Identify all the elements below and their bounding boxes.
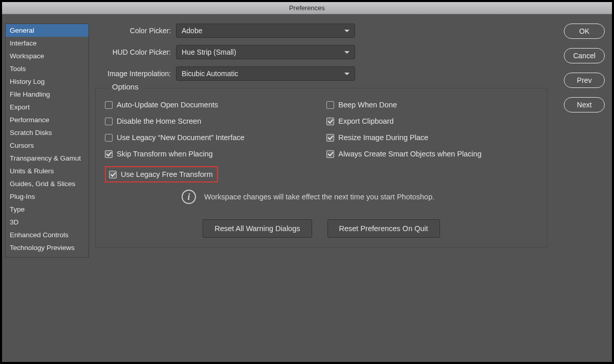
info-message-row: i Workspace changes will take effect the… — [105, 190, 538, 204]
checkbox-icon[interactable] — [109, 171, 117, 178]
options-right-column: Beep When DoneExport ClipboardResize Ima… — [326, 101, 538, 188]
interpolation-label: Image Interpolation: — [89, 70, 176, 78]
checkbox-icon[interactable] — [105, 118, 113, 125]
sidebar-item-cursors[interactable]: Cursors — [6, 139, 89, 152]
options-legend: Options — [108, 82, 143, 91]
option-label: Use Legacy Free Transform — [121, 170, 213, 178]
sidebar-item-performance[interactable]: Performance — [6, 113, 89, 126]
preferences-window: Preferences GeneralInterfaceWorkspaceToo… — [2, 2, 612, 362]
checkbox-icon[interactable] — [105, 134, 113, 142]
option-label: Export Clipboard — [338, 117, 393, 125]
info-icon: i — [182, 190, 196, 204]
color-picker-value: Adobe — [182, 27, 202, 35]
sidebar-item-tools[interactable]: Tools — [6, 62, 89, 75]
highlighted-option: Use Legacy Free Transform — [105, 166, 218, 183]
option-right-3[interactable]: Always Create Smart Objects when Placing — [326, 150, 538, 158]
window-titlebar: Preferences — [2, 2, 612, 14]
option-left-2[interactable]: Use Legacy “New Document” Interface — [105, 133, 326, 142]
info-message: Workspace changes will take effect the n… — [204, 193, 434, 201]
color-picker-label: Color Picker: — [89, 27, 176, 35]
options-left-column: Auto-Update Open DocumentsDisable the Ho… — [105, 101, 326, 188]
option-label: Beep When Done — [338, 101, 397, 109]
checkbox-icon[interactable] — [326, 134, 334, 142]
option-left-1[interactable]: Disable the Home Screen — [105, 117, 326, 125]
sidebar-item-interface[interactable]: Interface — [6, 37, 89, 50]
sidebar-item-transparency-gamut[interactable]: Transparency & Gamut — [6, 152, 89, 165]
interpolation-select[interactable]: Bicubic Automatic — [176, 66, 355, 81]
option-left-3[interactable]: Skip Transform when Placing — [105, 150, 326, 158]
checkbox-icon[interactable] — [105, 101, 113, 109]
options-group: Options Auto-Update Open DocumentsDisabl… — [95, 88, 547, 247]
reset-prefs-button[interactable]: Reset Preferences On Quit — [327, 219, 440, 238]
sidebar-item-units-rulers[interactable]: Units & Rulers — [6, 165, 89, 177]
option-right-2[interactable]: Resize Image During Place — [326, 133, 538, 142]
option-right-1[interactable]: Export Clipboard — [326, 117, 538, 125]
color-picker-select[interactable]: Adobe — [176, 24, 355, 38]
option-label: Always Create Smart Objects when Placing — [338, 150, 481, 158]
option-label: Skip Transform when Placing — [117, 150, 213, 158]
sidebar-item-enhanced-controls[interactable]: Enhanced Controls — [6, 229, 89, 241]
hud-picker-label: HUD Color Picker: — [89, 48, 176, 56]
chevron-down-icon — [344, 51, 349, 54]
hud-picker-value: Hue Strip (Small) — [182, 48, 236, 56]
reset-warnings-button[interactable]: Reset All Warning Dialogs — [203, 219, 312, 238]
dialog-buttons: OK Cancel Prev Next — [559, 24, 612, 362]
option-label: Auto-Update Open Documents — [117, 101, 218, 109]
cancel-button[interactable]: Cancel — [564, 48, 605, 63]
preferences-main: Color Picker: Adobe HUD Color Picker: Hu… — [89, 24, 559, 362]
sidebar-item-guides-grid-slices[interactable]: Guides, Grid & Slices — [6, 177, 89, 190]
sidebar-item-file-handling[interactable]: File Handling — [6, 88, 89, 101]
sidebar-item-history-log[interactable]: History Log — [6, 75, 89, 88]
sidebar-item-export[interactable]: Export — [6, 101, 89, 113]
option-right-0[interactable]: Beep When Done — [326, 101, 538, 109]
checkbox-icon[interactable] — [105, 150, 113, 158]
option-left-0[interactable]: Auto-Update Open Documents — [105, 101, 326, 109]
checkbox-icon[interactable] — [326, 101, 334, 109]
option-label: Resize Image During Place — [338, 133, 428, 142]
sidebar-item-type[interactable]: Type — [6, 203, 89, 216]
sidebar-item-scratch-disks[interactable]: Scratch Disks — [6, 126, 89, 139]
checkbox-icon[interactable] — [326, 150, 334, 158]
chevron-down-icon — [344, 30, 349, 32]
sidebar-item-technology-previews[interactable]: Technology Previews — [6, 241, 89, 254]
window-title: Preferences — [289, 4, 325, 12]
sidebar-item-plug-ins[interactable]: Plug-Ins — [6, 190, 89, 203]
option-label: Use Legacy “New Document” Interface — [117, 133, 245, 142]
sidebar-item-workspace[interactable]: Workspace — [6, 50, 89, 62]
ok-button[interactable]: OK — [564, 24, 605, 39]
sidebar-item-general[interactable]: General — [6, 24, 89, 37]
hud-picker-select[interactable]: Hue Strip (Small) — [176, 45, 355, 59]
category-sidebar: GeneralInterfaceWorkspaceToolsHistory Lo… — [5, 24, 89, 258]
option-label: Disable the Home Screen — [117, 117, 201, 125]
checkbox-icon[interactable] — [326, 118, 334, 125]
chevron-down-icon — [344, 73, 349, 75]
next-button[interactable]: Next — [564, 97, 605, 112]
sidebar-item-3d[interactable]: 3D — [6, 216, 89, 229]
option-left-4[interactable]: Use Legacy Free Transform — [109, 170, 213, 178]
interpolation-value: Bicubic Automatic — [182, 70, 238, 78]
prev-button[interactable]: Prev — [564, 73, 605, 88]
